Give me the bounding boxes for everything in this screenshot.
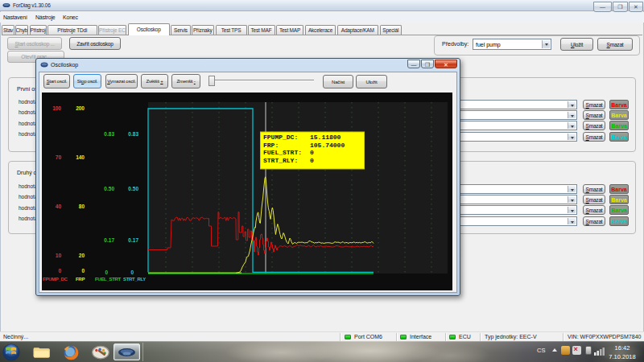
svg-text:FPUMP_DC:: FPUMP_DC: xyxy=(263,134,298,141)
svg-text:0: 0 xyxy=(310,157,314,164)
svg-text:STRT_RLY:: STRT_RLY: xyxy=(263,157,298,164)
svg-text:15.11800: 15.11800 xyxy=(310,134,341,141)
svg-text:FUEL_STRT:: FUEL_STRT: xyxy=(263,149,302,156)
svg-text:105.74000: 105.74000 xyxy=(310,142,345,149)
svg-text:FRP:: FRP: xyxy=(263,142,279,149)
svg-text:0: 0 xyxy=(310,149,314,156)
